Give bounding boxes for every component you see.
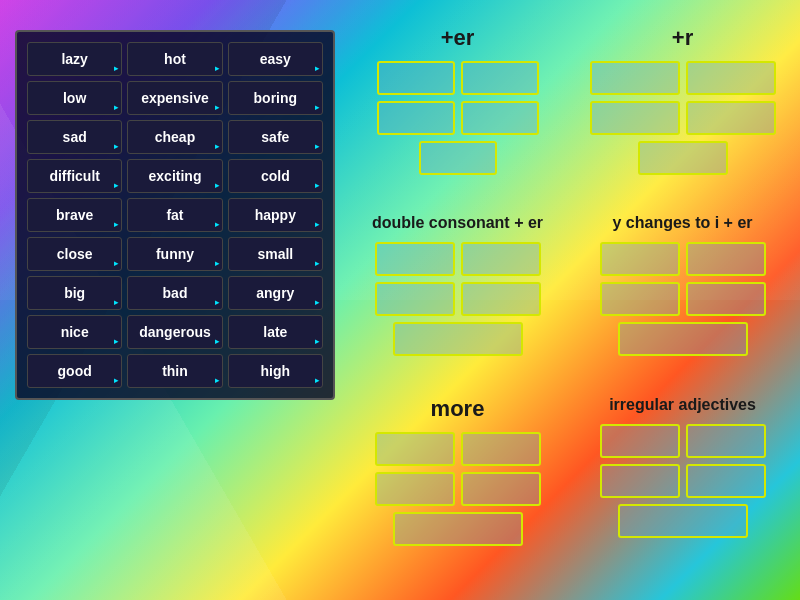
section-double-consonant-title: double consonant + er: [355, 214, 560, 232]
yc-row-1: [580, 242, 785, 276]
answer-box[interactable]: [461, 101, 539, 135]
section-more: more: [355, 396, 560, 575]
answer-box[interactable]: [375, 432, 455, 466]
answer-box[interactable]: [686, 464, 766, 498]
answer-box[interactable]: [393, 512, 523, 546]
answer-box[interactable]: [686, 61, 776, 95]
word-cell[interactable]: sad: [27, 120, 122, 154]
answer-box[interactable]: [590, 61, 680, 95]
r-row-3: [580, 141, 785, 175]
answer-box[interactable]: [618, 504, 748, 538]
right-panel: +er +r: [355, 20, 785, 580]
answer-box[interactable]: [377, 101, 455, 135]
section-r-title: +r: [580, 25, 785, 51]
answer-box[interactable]: [461, 242, 541, 276]
answer-box[interactable]: [686, 101, 776, 135]
answer-box[interactable]: [600, 424, 680, 458]
section-er: +er: [355, 25, 560, 204]
word-cell[interactable]: small: [228, 237, 323, 271]
answer-box[interactable]: [393, 322, 523, 356]
word-cell[interactable]: cheap: [127, 120, 222, 154]
more-row-1: [355, 432, 560, 466]
word-cell[interactable]: difficult: [27, 159, 122, 193]
dc-row-3: [355, 322, 560, 356]
answer-box[interactable]: [375, 242, 455, 276]
er-row-1: [355, 61, 560, 95]
word-cell[interactable]: exciting: [127, 159, 222, 193]
er-row-2: [355, 101, 560, 135]
answer-box[interactable]: [461, 472, 541, 506]
word-cell[interactable]: late: [228, 315, 323, 349]
word-cell[interactable]: brave: [27, 198, 122, 232]
word-cell[interactable]: big: [27, 276, 122, 310]
word-cell[interactable]: dangerous: [127, 315, 222, 349]
yc-row-2: [580, 282, 785, 316]
answer-box[interactable]: [600, 242, 680, 276]
answer-box[interactable]: [686, 282, 766, 316]
answer-box[interactable]: [461, 61, 539, 95]
word-cell[interactable]: easy: [228, 42, 323, 76]
word-cell[interactable]: thin: [127, 354, 222, 388]
section-irregular: irregular adjectives: [580, 396, 785, 575]
answer-box[interactable]: [377, 61, 455, 95]
answer-box[interactable]: [600, 464, 680, 498]
word-cell[interactable]: boring: [228, 81, 323, 115]
answer-box[interactable]: [618, 322, 748, 356]
irr-row-3: [580, 504, 785, 538]
section-double-consonant: double consonant + er: [355, 214, 560, 385]
word-cell[interactable]: close: [27, 237, 122, 271]
er-row-3: [355, 141, 560, 175]
word-cell[interactable]: safe: [228, 120, 323, 154]
more-row-3: [355, 512, 560, 546]
irr-row-2: [580, 464, 785, 498]
dc-row-2: [355, 282, 560, 316]
answer-box[interactable]: [461, 282, 541, 316]
irr-row-1: [580, 424, 785, 458]
word-cell[interactable]: low: [27, 81, 122, 115]
word-cell[interactable]: fat: [127, 198, 222, 232]
word-cell[interactable]: happy: [228, 198, 323, 232]
word-cell[interactable]: high: [228, 354, 323, 388]
section-y-changes: y changes to i + er: [580, 214, 785, 385]
r-row-1: [580, 61, 785, 95]
word-cell[interactable]: lazy: [27, 42, 122, 76]
more-row-2: [355, 472, 560, 506]
answer-box[interactable]: [375, 282, 455, 316]
answer-box[interactable]: [461, 432, 541, 466]
word-cell[interactable]: expensive: [127, 81, 222, 115]
word-grid: lazyhoteasylowexpensiveboringsadcheapsaf…: [15, 30, 335, 400]
section-y-changes-title: y changes to i + er: [580, 214, 785, 232]
answer-box[interactable]: [590, 101, 680, 135]
answer-box[interactable]: [638, 141, 728, 175]
section-irregular-title: irregular adjectives: [580, 396, 785, 414]
section-er-title: +er: [355, 25, 560, 51]
yc-row-3: [580, 322, 785, 356]
word-cell[interactable]: good: [27, 354, 122, 388]
answer-box[interactable]: [686, 424, 766, 458]
word-cell[interactable]: angry: [228, 276, 323, 310]
word-cell[interactable]: hot: [127, 42, 222, 76]
r-row-2: [580, 101, 785, 135]
dc-row-1: [355, 242, 560, 276]
section-r: +r: [580, 25, 785, 204]
answer-box[interactable]: [419, 141, 497, 175]
answer-box[interactable]: [686, 242, 766, 276]
word-cell[interactable]: bad: [127, 276, 222, 310]
section-more-title: more: [355, 396, 560, 422]
word-cell[interactable]: nice: [27, 315, 122, 349]
main-content: lazyhoteasylowexpensiveboringsadcheapsaf…: [0, 0, 800, 600]
word-cell[interactable]: cold: [228, 159, 323, 193]
word-cell[interactable]: funny: [127, 237, 222, 271]
answer-box[interactable]: [600, 282, 680, 316]
answer-box[interactable]: [375, 472, 455, 506]
